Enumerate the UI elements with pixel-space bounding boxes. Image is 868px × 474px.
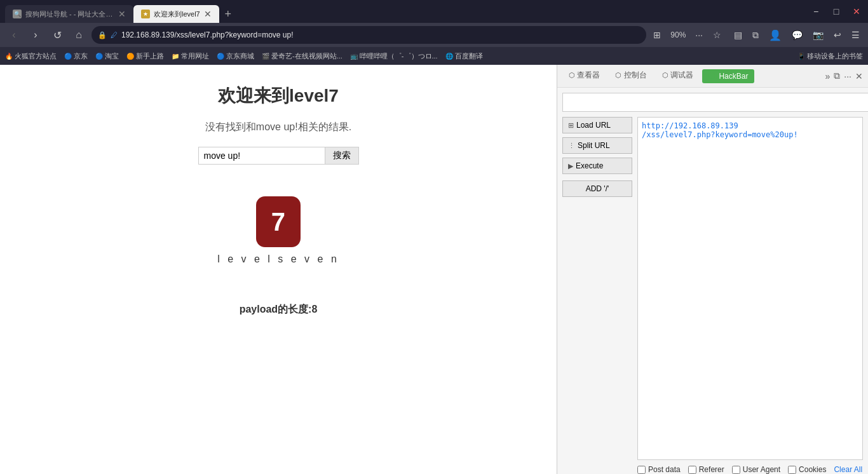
split-url-button[interactable]: ⋮ Split URL <box>562 137 632 154</box>
bookmark-iqiyi[interactable]: 🎬 爱奇艺-在线视频网站... <box>262 51 342 61</box>
postdata-label: Post data <box>648 465 681 474</box>
close-button[interactable]: ✕ <box>850 6 863 17</box>
hackbar-body: ⊞ Load URL ⋮ Split URL ▶ Execute ADD '/' <box>557 117 868 474</box>
forward-button[interactable]: › <box>27 26 44 44</box>
hackbar-right: http://192.168.89.139 /xss/level7.php?ke… <box>637 117 863 474</box>
split-url-icon: ⋮ <box>568 142 575 150</box>
screenshot-icon[interactable]: 📷 <box>810 28 827 42</box>
cookies-checkbox[interactable] <box>788 466 796 474</box>
more-tools-icon[interactable]: » <box>825 71 831 81</box>
postdata-checkbox[interactable] <box>637 466 646 474</box>
referer-checkbox-label[interactable]: Referer <box>688 465 724 474</box>
zoom-level[interactable]: 90% <box>668 29 688 41</box>
refresh-button[interactable]: ↺ <box>48 26 66 44</box>
more-icon[interactable]: ··· <box>844 71 851 81</box>
referer-checkbox[interactable] <box>688 466 696 474</box>
dock-icon[interactable]: ⧉ <box>834 71 840 81</box>
cookies-checkbox-label[interactable]: Cookies <box>788 465 826 474</box>
tab1-favicon: 🔍 <box>13 10 22 18</box>
address-bar[interactable]: 🔒 🖊 192.168.89.139/xss/level7.php?keywor… <box>92 26 646 44</box>
tab1-close[interactable]: ✕ <box>118 9 126 19</box>
tab-sougou[interactable]: 🔍 搜狗网址导航 - - 网址大全实... ✕ <box>5 5 133 23</box>
webpage-content: 欢迎来到level7 没有找到和move up!相关的结果. 搜索 7 l e … <box>0 65 557 474</box>
bookmark-baidu-translate[interactable]: 🌐 百度翻译 <box>445 51 483 61</box>
dt-close-icon[interactable]: ✕ <box>855 71 863 81</box>
logo-number: 7 <box>271 208 285 236</box>
bookmark-taobao-label: 淘宝 <box>105 51 119 61</box>
hackbar-url-textarea[interactable]: http://192.168.89.139 /xss/level7.php?ke… <box>637 117 863 460</box>
bookmark-star[interactable]: ☆ <box>710 28 724 42</box>
bookmark-firefox[interactable]: 🔥 火狐官方站点 <box>5 51 57 61</box>
tab-debugger[interactable]: ⬡ 调试器 <box>656 67 700 85</box>
jd-icon: 🔵 <box>64 53 72 60</box>
menu-icon[interactable]: ☰ <box>848 28 863 42</box>
inspector-icon: ⬡ <box>569 71 575 79</box>
browser-window: 🔍 搜狗网址导航 - - 网址大全实... ✕ ★ 欢迎来到level7 ✕ +… <box>0 0 868 474</box>
bookmark-jd[interactable]: 🔵 京东 <box>64 51 88 61</box>
chat-icon[interactable]: 💬 <box>789 28 806 42</box>
split-view-icon[interactable]: ⧉ <box>749 28 762 43</box>
iqiyi-icon: 🎬 <box>262 53 269 60</box>
more-options[interactable]: ··· <box>692 28 706 42</box>
postdata-checkbox-label[interactable]: Post data <box>637 465 681 474</box>
tab2-favicon: ★ <box>141 10 150 18</box>
tab-inspector[interactable]: ⬡ 查看器 <box>562 67 606 85</box>
debugger-icon: ⬡ <box>662 71 668 79</box>
main-area: 欢迎来到level7 没有找到和move up!相关的结果. 搜索 7 l e … <box>0 65 868 474</box>
tab-hackbar[interactable]: HackBar <box>702 69 754 83</box>
bookmark-baidu-label: 百度翻译 <box>455 51 483 61</box>
back2-icon[interactable]: ↩ <box>831 28 844 42</box>
useragent-checkbox-label[interactable]: User Agent <box>732 465 780 474</box>
clear-all-link[interactable]: Clear All <box>834 465 862 474</box>
home-button[interactable]: ⌂ <box>70 26 88 44</box>
address-text: 192.168.89.139/xss/level7.php?keyword=mo… <box>121 30 640 39</box>
bookmark-jdmall[interactable]: 🔵 京东商城 <box>217 51 254 61</box>
bookmark-common[interactable]: 📁 常用网址 <box>172 51 209 61</box>
new-tab-button[interactable]: + <box>219 5 237 23</box>
bookmark-bilibili-label: 哔哩哔哩（゜-゜）つロ... <box>360 51 438 61</box>
jdmall-icon: 🔵 <box>217 53 224 60</box>
bookmark-taobao[interactable]: 🔵 淘宝 <box>95 51 119 61</box>
cookies-label: Cookies <box>799 465 826 474</box>
tab1-label: 搜狗网址导航 - - 网址大全实... <box>25 10 114 19</box>
bookmark-newuser-label: 新手上路 <box>136 51 164 61</box>
bookmark-mobile[interactable]: 📱 移动设备上的书签 <box>797 51 863 61</box>
useragent-checkbox[interactable] <box>732 466 740 474</box>
bookmark-firefox-label: 火狐官方站点 <box>15 51 57 61</box>
tab2-close[interactable]: ✕ <box>204 9 212 19</box>
sidebar-icon[interactable]: ▤ <box>731 28 745 42</box>
bookmark-newuser[interactable]: 🟠 新手上路 <box>126 51 164 61</box>
tab-console[interactable]: ⬡ 控制台 <box>609 67 653 85</box>
execute-icon: ▶ <box>568 162 573 170</box>
profile-icon[interactable]: 👤 <box>766 27 785 43</box>
newuser-icon: 🟠 <box>126 53 134 60</box>
back-button[interactable]: ‹ <box>5 26 23 44</box>
minimize-button[interactable]: − <box>810 6 822 17</box>
baidu-icon: 🌐 <box>445 53 453 60</box>
devtools-header: ⬡ 查看器 ⬡ 控制台 ⬡ 调试器 HackBar » ⧉ <box>557 65 868 88</box>
add-slash-button[interactable]: ADD '/' <box>562 180 632 197</box>
nav-bar: ‹ › ↺ ⌂ 🔒 🖊 192.168.89.139/xss/level7.ph… <box>0 23 868 47</box>
hackbar-url-top[interactable] <box>562 93 868 112</box>
tab2-label: 欢迎来到level7 <box>154 10 200 19</box>
maximize-button[interactable]: □ <box>830 6 843 17</box>
hackbar-checkboxes: Post data Referer User Agent <box>637 465 863 474</box>
referer-label: Referer <box>699 465 724 474</box>
hackbar-buttons: ⊞ Load URL ⋮ Split URL ▶ Execute ADD '/' <box>562 117 632 474</box>
hackbar-main: ⊞ Load URL ⋮ Split URL ▶ Execute ADD '/' <box>562 117 863 474</box>
page-title: 欢迎来到level7 <box>218 84 339 108</box>
bookmark-bilibili[interactable]: 📺 哔哩哔哩（゜-゜）つロ... <box>350 51 438 61</box>
qr-icon[interactable]: ⊞ <box>650 28 664 42</box>
load-url-button[interactable]: ⊞ Load URL <box>562 117 632 133</box>
site-icon: 🖊 <box>111 31 118 39</box>
search-button[interactable]: 搜索 <box>325 147 359 165</box>
title-bar: 🔍 搜狗网址导航 - - 网址大全实... ✕ ★ 欢迎来到level7 ✕ +… <box>0 0 868 23</box>
bookmark-iqiyi-label: 爱奇艺-在线视频网站... <box>271 51 342 61</box>
search-input[interactable] <box>198 147 325 165</box>
bilibili-icon: 📺 <box>350 53 358 60</box>
window-controls: − □ ✕ <box>810 6 863 17</box>
tab-level7[interactable]: ★ 欢迎来到level7 ✕ <box>133 5 219 23</box>
bookmark-common-label: 常用网址 <box>181 51 209 61</box>
logo-badge: 7 <box>256 196 301 247</box>
execute-button[interactable]: ▶ Execute <box>562 158 632 174</box>
